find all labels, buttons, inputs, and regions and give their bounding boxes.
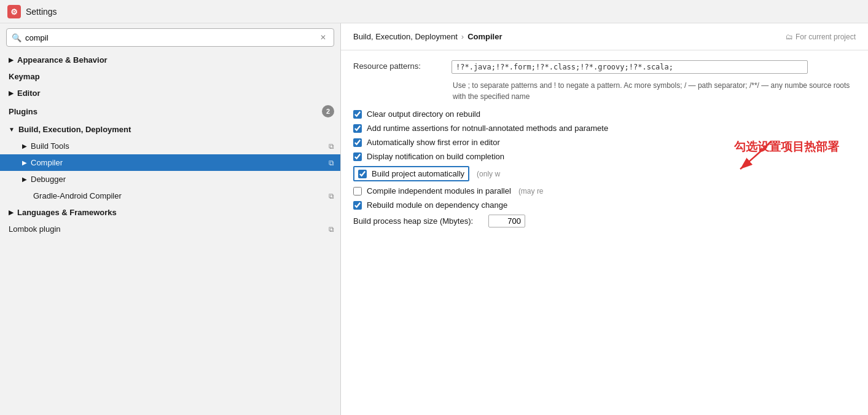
app-icon: ⚙ — [7, 5, 21, 18]
sidebar-item-label: Editor — [17, 89, 41, 98]
sidebar-item-build-tools[interactable]: ▶ Build Tools ⧉ — [0, 138, 340, 154]
sidebar-item-label: Debugger — [31, 175, 66, 184]
build-auto-suffix: (only w — [477, 170, 500, 178]
clear-output-label[interactable]: Clear output directory on rebuild — [367, 109, 480, 119]
right-panel-header: Build, Execution, Deployment › Compiler … — [341, 23, 868, 50]
resource-patterns-input[interactable] — [452, 60, 808, 74]
breadcrumb-current: Compiler — [467, 32, 502, 41]
checkbox-row-clear-output: Clear output directory on rebuild — [353, 109, 856, 119]
chevron-down-icon: ▼ — [9, 126, 15, 133]
sidebar-item-label: Languages & Frameworks — [17, 208, 117, 217]
sidebar-item-label: Compiler — [31, 158, 63, 167]
search-input[interactable] — [25, 33, 318, 42]
sidebar-item-lombok[interactable]: Lombok plugin ⧉ — [0, 221, 340, 237]
checkbox-row-build-auto: Build project automatically (only w — [353, 166, 856, 181]
checkbox-row-compile-parallel: Compile independent modules in parallel … — [353, 186, 856, 196]
svg-text:⚙: ⚙ — [10, 7, 18, 17]
copy-icon: ⧉ — [329, 192, 334, 200]
copy-icon: ⧉ — [329, 225, 334, 234]
resource-patterns-label: Resource patterns: — [353, 60, 452, 71]
build-process-label: Build process heap size (Mbytes): — [353, 216, 488, 226]
compile-parallel-checkbox[interactable] — [353, 187, 362, 196]
settings-window: ⚙ Settings 🔍 ✕ ▶ Appearance & Behavior — [0, 0, 868, 415]
display-notification-label[interactable]: Display notification on build completion — [367, 152, 504, 161]
sidebar-item-languages[interactable]: ▶ Languages & Frameworks — [0, 204, 340, 221]
chevron-right-icon: ▶ — [9, 57, 14, 63]
add-runtime-label[interactable]: Add runtime assertions for notnull-annot… — [367, 124, 608, 133]
clear-output-checkbox[interactable] — [353, 110, 362, 119]
compile-parallel-label[interactable]: Compile independent modules in parallel — [367, 186, 511, 196]
chevron-right-icon: ▶ — [22, 159, 27, 166]
auto-show-error-checkbox[interactable] — [353, 138, 362, 147]
right-content: Resource patterns: Use ; to separate pat… — [341, 50, 868, 415]
sidebar-item-gradle-android[interactable]: Gradle-Android Compiler ⧉ — [0, 188, 340, 204]
breadcrumb-separator: › — [461, 32, 464, 41]
sidebar-item-label: Build Tools — [31, 141, 69, 151]
project-icon: 🗂 — [786, 33, 793, 41]
build-auto-label[interactable]: Build project automatically — [372, 169, 464, 178]
sidebar-item-plugins[interactable]: Plugins 2 — [0, 101, 340, 121]
sidebar: 🔍 ✕ ▶ Appearance & Behavior Keymap ▶ — [0, 23, 341, 415]
sidebar-item-label: Gradle-Android Compiler — [33, 191, 122, 200]
hint-text: Use ; to separate patterns and ! to nega… — [453, 80, 856, 102]
copy-icon: ⧉ — [329, 142, 334, 151]
clear-search-button[interactable]: ✕ — [318, 32, 329, 43]
sidebar-list: ▶ Appearance & Behavior Keymap ▶ Editor … — [0, 52, 340, 415]
breadcrumb-parent: Build, Execution, Deployment — [353, 32, 458, 41]
chevron-right-icon: ▶ — [22, 143, 27, 149]
copy-icon: ⧉ — [329, 159, 334, 167]
sidebar-item-compiler[interactable]: ▶ Compiler ⧉ — [0, 154, 340, 171]
search-icon: 🔍 — [12, 33, 22, 42]
sidebar-item-label: Build, Execution, Deployment — [18, 125, 131, 134]
checkbox-row-rebuild-module: Rebuild module on dependency change — [353, 200, 856, 210]
compile-parallel-suffix: (may re — [518, 187, 544, 196]
rebuild-module-checkbox[interactable] — [353, 201, 362, 210]
chevron-right-icon: ▶ — [22, 176, 27, 183]
title-bar: ⚙ Settings — [0, 0, 868, 23]
sidebar-item-label: Appearance & Behavior — [17, 55, 108, 65]
build-auto-highlighted-box: Build project automatically — [353, 166, 469, 181]
sidebar-item-build-execution[interactable]: ▼ Build, Execution, Deployment — [0, 121, 340, 138]
sidebar-item-keymap[interactable]: Keymap — [0, 68, 340, 85]
add-runtime-checkbox[interactable] — [353, 124, 362, 133]
right-panel: Build, Execution, Deployment › Compiler … — [341, 23, 868, 415]
resource-patterns-row: Resource patterns: — [353, 60, 856, 74]
breadcrumb: Build, Execution, Deployment › Compiler — [353, 32, 502, 41]
build-auto-checkbox[interactable] — [358, 170, 367, 178]
annotation-text: 勾选设置项目热部署 — [734, 139, 839, 155]
sidebar-item-appearance[interactable]: ▶ Appearance & Behavior — [0, 52, 340, 68]
build-process-row: Build process heap size (Mbytes): — [353, 215, 856, 227]
for-current-project: 🗂 For current project — [786, 33, 856, 41]
chevron-right-icon: ▶ — [9, 209, 14, 216]
rebuild-module-label[interactable]: Rebuild module on dependency change — [367, 200, 507, 210]
sidebar-item-label: Lombok plugin — [9, 224, 61, 234]
chevron-right-icon: ▶ — [9, 90, 14, 97]
sidebar-item-editor[interactable]: ▶ Editor — [0, 85, 340, 101]
checkbox-row-add-runtime: Add runtime assertions for notnull-annot… — [353, 124, 856, 133]
display-notification-checkbox[interactable] — [353, 152, 362, 161]
for-current-project-label: For current project — [796, 33, 856, 41]
auto-show-error-label[interactable]: Automatically show first error in editor — [367, 138, 500, 147]
auto-show-error-container: Automatically show first error in editor… — [353, 138, 856, 152]
window-title: Settings — [26, 7, 57, 17]
sidebar-item-label: Keymap — [9, 72, 40, 81]
sidebar-item-label: Plugins — [9, 107, 37, 116]
main-content: 🔍 ✕ ▶ Appearance & Behavior Keymap ▶ — [0, 23, 868, 415]
plugins-badge: 2 — [322, 105, 334, 117]
search-bar[interactable]: 🔍 ✕ — [6, 28, 334, 47]
sidebar-item-debugger[interactable]: ▶ Debugger — [0, 171, 340, 188]
build-process-input[interactable] — [488, 215, 525, 227]
